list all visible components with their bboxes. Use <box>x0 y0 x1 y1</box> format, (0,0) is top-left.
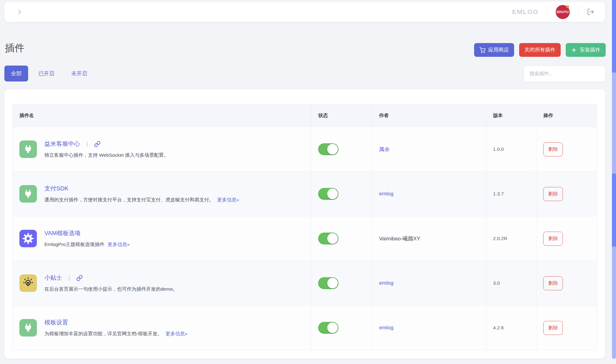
status-toggle[interactable] <box>318 322 338 334</box>
table-row: 小贴士 ｜ 在后台首页展示一句使用小提示，也可作为插件开发的demo。 <box>13 261 597 306</box>
delete-button[interactable]: 删除 <box>543 276 563 290</box>
table-header-row: 插件名状态作者版本操作 <box>13 104 597 127</box>
delete-button[interactable]: 删除 <box>543 232 563 246</box>
avatar-status-dot <box>566 5 569 8</box>
plugin-name-cell: 支付SDK ｜ 通用的支付插件，方便对接支付平台，支持支付宝支付、虎皮椒支付和易… <box>13 172 311 216</box>
plugin-table: 插件名状态作者版本操作 <box>12 104 597 350</box>
table-row: 益米客服中心 ｜ 独立客服中心插件，支持 WebSocket 接入与多场景配置。 <box>13 127 597 172</box>
table-row: VAM模板选项 ｜ EmlogPro主题模板选项插件 更多信息» <box>13 216 597 261</box>
status-toggle[interactable] <box>318 188 338 200</box>
author-link[interactable]: emlog <box>379 325 393 331</box>
sidebar-collapse-button[interactable] <box>16 8 23 15</box>
more-info-link[interactable]: 更多信息» <box>108 242 130 247</box>
version-text: 3.0 <box>493 280 500 286</box>
status-cell <box>311 216 372 261</box>
install-plugin-label: 安装插件 <box>580 47 600 53</box>
action-cell: 删除 <box>536 306 597 350</box>
search-input[interactable] <box>523 66 606 82</box>
plus-icon <box>571 47 577 53</box>
avatar-text: SHUYU <box>557 10 569 14</box>
plugin-description: 为模板增加丰富的设置功能，详见官网文档-模板开发。 <box>44 331 162 336</box>
delete-button[interactable]: 删除 <box>543 187 563 201</box>
tab-disabled[interactable]: 未开启 <box>65 66 94 81</box>
version-text: 4.2.6 <box>493 325 504 330</box>
cart-icon <box>479 47 485 53</box>
plugin-name-link[interactable]: 小贴士 <box>44 274 62 282</box>
delete-button[interactable]: 删除 <box>543 321 563 335</box>
plugin-icon-tile <box>19 274 37 292</box>
toggle-knob <box>327 144 338 155</box>
author-cell: 属余 <box>372 127 486 172</box>
status-toggle[interactable] <box>318 277 338 289</box>
table-row: 模板设置 ｜ 为模板增加丰富的设置功能，详见官网文档-模板开发。 更多信息» <box>13 306 597 350</box>
plugin-icon-tile <box>19 140 37 158</box>
author-link[interactable]: emlog <box>379 280 393 286</box>
app-store-button[interactable]: 应用商店 <box>474 43 514 57</box>
plugin-name-link[interactable]: 益米客服中心 <box>44 140 80 148</box>
author-cell: Vaimibao-曦颜XY <box>372 216 486 261</box>
version-cell: 2.0.2R <box>486 216 536 261</box>
app-store-label: 应用商店 <box>488 47 509 53</box>
action-cell: 删除 <box>536 172 597 216</box>
plug-icon <box>23 189 33 199</box>
more-info-link[interactable]: 更多信息» <box>217 197 239 202</box>
status-toggle[interactable] <box>318 143 338 155</box>
page-title: 插件 <box>5 42 24 55</box>
version-cell: 1.0.0 <box>486 127 536 172</box>
plug-icon <box>23 144 33 155</box>
plugin-table-body: 益米客服中心 ｜ 独立客服中心插件，支持 WebSocket 接入与多场景配置。 <box>13 127 597 350</box>
toggle-knob <box>327 233 338 244</box>
delete-button[interactable]: 删除 <box>543 142 563 156</box>
plugin-table-card: 插件名状态作者版本操作 <box>4 89 605 359</box>
plugin-icon-tile <box>19 319 37 337</box>
filter-tabs: 全部 已开启 未开启 <box>4 66 94 81</box>
disable-all-plugins-button[interactable]: 关闭所有插件 <box>519 43 561 57</box>
install-plugin-button[interactable]: 安装插件 <box>566 43 606 57</box>
plugin-name-link[interactable]: VAM模板选项 <box>44 229 81 237</box>
page-scrollbar[interactable] <box>612 0 616 359</box>
status-toggle[interactable] <box>318 233 338 244</box>
version-cell: 4.2.6 <box>486 306 536 350</box>
table-row: 支付SDK ｜ 通用的支付插件，方便对接支付平台，支持支付宝支付、虎皮椒支付和易… <box>13 172 597 216</box>
author-link[interactable]: 属余 <box>379 146 390 152</box>
version-text: 1.3.7 <box>493 191 504 196</box>
version-text: 2.0.2R <box>493 236 508 241</box>
plugin-icon-tile <box>19 230 37 247</box>
status-cell <box>311 127 372 172</box>
version-cell: 1.3.7 <box>486 172 536 216</box>
more-info-link[interactable]: 更多信息» <box>165 331 188 336</box>
plugin-name-link[interactable]: 支付SDK <box>44 184 68 193</box>
status-cell <box>311 172 372 216</box>
plugin-name-cell: 小贴士 ｜ 在后台首页展示一句使用小提示，也可作为插件开发的demo。 <box>13 261 311 306</box>
author-cell: emlog <box>372 172 486 216</box>
chevron-right-icon <box>16 8 23 15</box>
logout-button[interactable] <box>587 8 594 16</box>
brand-logo: EMLOG <box>512 8 539 16</box>
gear-icon <box>22 232 34 245</box>
version-text: 1.0.0 <box>493 146 504 152</box>
divider <box>547 6 547 18</box>
plugin-name-link[interactable]: 模板设置 <box>44 318 68 327</box>
action-cell: 删除 <box>536 261 597 306</box>
external-link-icon[interactable] <box>76 275 83 281</box>
action-cell: 删除 <box>536 127 597 172</box>
author-link[interactable]: emlog <box>379 191 393 197</box>
plugin-description: 在后台首页展示一句使用小提示，也可作为插件开发的demo。 <box>44 286 178 292</box>
top-bar: EMLOG SHUYU <box>4 2 605 22</box>
column-header-0: 插件名 <box>13 104 311 127</box>
status-cell <box>311 261 372 306</box>
version-cell: 3.0 <box>486 261 536 306</box>
column-header-2: 作者 <box>372 104 486 127</box>
column-header-1: 状态 <box>311 104 372 127</box>
divider <box>578 6 578 18</box>
logout-icon <box>587 8 594 16</box>
plug-icon <box>23 322 33 333</box>
external-link-icon[interactable] <box>94 141 101 147</box>
tab-all[interactable]: 全部 <box>4 66 28 81</box>
tab-enabled[interactable]: 已开启 <box>32 66 61 81</box>
plugin-icon-tile <box>19 185 37 203</box>
author-cell: emlog <box>372 306 486 350</box>
author-link[interactable]: Vaimibao-曦颜XY <box>379 236 420 242</box>
lightbulb-icon <box>22 277 34 289</box>
avatar[interactable]: SHUYU <box>556 5 570 19</box>
